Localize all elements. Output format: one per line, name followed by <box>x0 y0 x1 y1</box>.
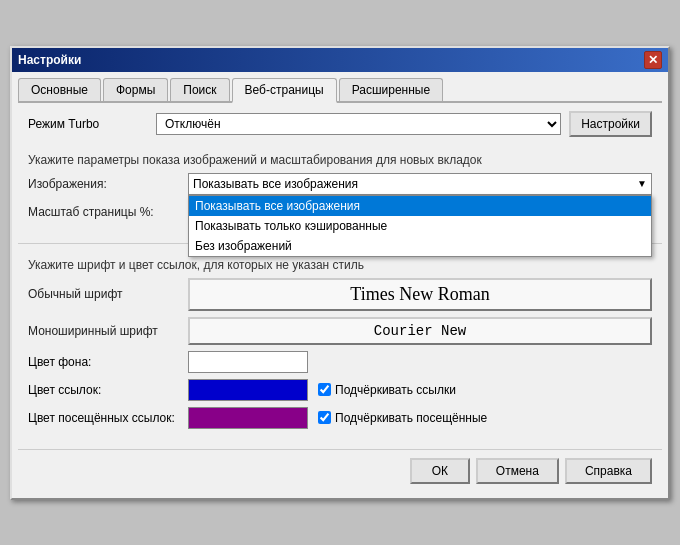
normal-font-row: Обычный шрифт Times New Roman <box>28 278 652 311</box>
tab-rasshirennye[interactable]: Расширенные <box>339 78 444 101</box>
scale-label: Масштаб страницы %: <box>28 205 188 219</box>
underline-visited-label: Подчёркивать посещённые <box>318 411 487 425</box>
fonts-section-description: Укажите шрифт и цвет ссылок, для которых… <box>28 258 652 272</box>
mono-font-control: Courier New <box>188 317 652 345</box>
fonts-section: Укажите шрифт и цвет ссылок, для которых… <box>18 252 662 441</box>
normal-font-button[interactable]: Times New Roman <box>188 278 652 311</box>
tab-poisk[interactable]: Поиск <box>170 78 229 101</box>
close-button[interactable]: ✕ <box>644 51 662 69</box>
images-selected-display[interactable]: Показывать все изображения ▼ <box>188 173 652 195</box>
visited-color-container: Подчёркивать посещённые <box>188 407 487 429</box>
dropdown-arrow-icon: ▼ <box>637 178 647 189</box>
turbo-select[interactable]: Отключён <box>156 113 561 135</box>
settings-window: Настройки ✕ Основные Формы Поиск Веб-стр… <box>10 46 670 500</box>
normal-font-control: Times New Roman <box>188 278 652 311</box>
images-selected-text: Показывать все изображения <box>193 177 358 191</box>
cancel-button[interactable]: Отмена <box>476 458 559 484</box>
images-option-none[interactable]: Без изображений <box>189 236 651 256</box>
mono-font-button[interactable]: Courier New <box>188 317 652 345</box>
images-row: Изображения: Показывать все изображения … <box>28 173 652 195</box>
images-section-description: Укажите параметры показа изображений и м… <box>28 153 652 167</box>
underline-links-text: Подчёркивать ссылки <box>335 383 456 397</box>
underline-links-checkbox[interactable] <box>318 383 331 396</box>
mono-font-value: Courier New <box>374 323 466 339</box>
title-bar: Настройки ✕ <box>12 48 668 72</box>
link-color-label: Цвет ссылок: <box>28 383 188 397</box>
bg-color-row: Цвет фона: <box>28 351 652 373</box>
tab-formy[interactable]: Формы <box>103 78 168 101</box>
bg-color-swatch[interactable] <box>188 351 308 373</box>
bottom-buttons: ОК Отмена Справка <box>18 449 662 492</box>
underline-links-label: Подчёркивать ссылки <box>318 383 456 397</box>
images-option-all[interactable]: Показывать все изображения <box>189 196 651 216</box>
tab-bar: Основные Формы Поиск Веб-страницы Расшир… <box>18 78 662 103</box>
visited-color-row: Цвет посещённых ссылок: Подчёркивать пос… <box>28 407 652 429</box>
turbo-settings-button[interactable]: Настройки <box>569 111 652 137</box>
images-label: Изображения: <box>28 177 188 191</box>
visited-color-label: Цвет посещённых ссылок: <box>28 411 188 425</box>
tab-web-pages[interactable]: Веб-страницы <box>232 78 337 103</box>
images-section: Укажите параметры показа изображений и м… <box>18 147 662 235</box>
link-color-swatch[interactable] <box>188 379 308 401</box>
bg-color-label: Цвет фона: <box>28 355 188 369</box>
images-dropdown[interactable]: Показывать все изображения ▼ Показывать … <box>188 173 652 195</box>
help-button[interactable]: Справка <box>565 458 652 484</box>
window-content: Основные Формы Поиск Веб-страницы Расшир… <box>12 72 668 498</box>
tab-osnovnye[interactable]: Основные <box>18 78 101 101</box>
link-color-container: Подчёркивать ссылки <box>188 379 456 401</box>
ok-button[interactable]: ОК <box>410 458 470 484</box>
underline-visited-text: Подчёркивать посещённые <box>335 411 487 425</box>
normal-font-label: Обычный шрифт <box>28 287 188 301</box>
mono-font-label: Моноширинный шрифт <box>28 324 188 338</box>
images-option-cached[interactable]: Показывать только кэшированные <box>189 216 651 236</box>
images-dropdown-container: Показывать все изображения ▼ Показывать … <box>188 173 652 195</box>
images-dropdown-list: Показывать все изображения Показывать то… <box>188 195 652 257</box>
visited-color-swatch[interactable] <box>188 407 308 429</box>
mono-font-row: Моноширинный шрифт Courier New <box>28 317 652 345</box>
link-color-row: Цвет ссылок: Подчёркивать ссылки <box>28 379 652 401</box>
turbo-label: Режим Turbo <box>28 117 148 131</box>
window-title: Настройки <box>18 53 81 67</box>
normal-font-value: Times New Roman <box>350 284 489 304</box>
turbo-row: Режим Turbo Отключён Настройки <box>18 111 662 137</box>
underline-visited-checkbox[interactable] <box>318 411 331 424</box>
